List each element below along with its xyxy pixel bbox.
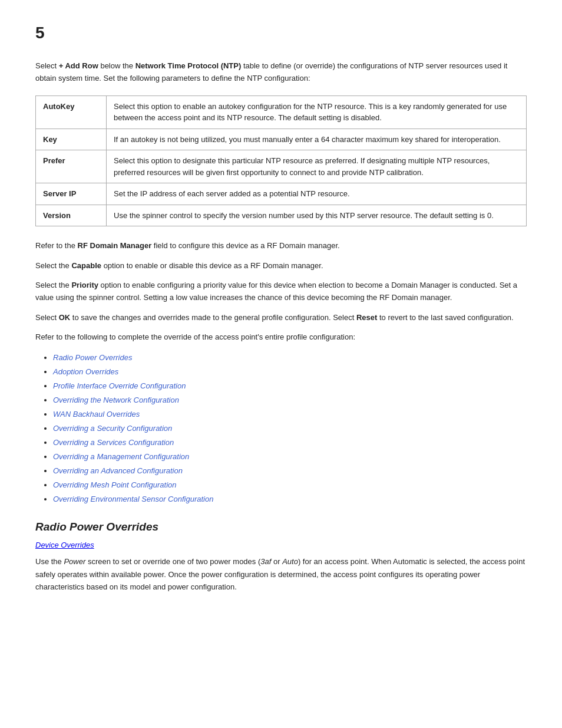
ntp-label: Network Time Protocol (NTP) xyxy=(135,61,242,70)
ok-bold: OK xyxy=(59,313,71,322)
table-row: Server IPSet the IP address of each serv… xyxy=(36,183,527,205)
capable-para: Select the Capable option to enable or d… xyxy=(35,259,527,272)
list-item: Overriding a Security Configuration xyxy=(53,421,527,436)
term-cell: Key xyxy=(36,129,107,150)
table-row: PreferSelect this option to designate th… xyxy=(36,150,527,183)
radio-power-body: Use the Power screen to set or override … xyxy=(35,555,527,593)
term-cell: Version xyxy=(36,205,107,226)
device-overrides-subheading: Device Overrides xyxy=(35,541,527,549)
table-row: KeyIf an autokey is not being utilized, … xyxy=(36,129,527,150)
desc-cell: Use the spinner control to specify the v… xyxy=(107,205,527,226)
ntp-table: AutoKeySelect this option to enable an a… xyxy=(35,95,527,227)
reset-bold: Reset xyxy=(356,313,377,322)
term-cell: AutoKey xyxy=(36,95,107,129)
link-item[interactable]: Overriding a Services Configuration xyxy=(53,438,174,447)
link-item[interactable]: Overriding an Advanced Configuration xyxy=(53,466,183,475)
capable-bold: Capable xyxy=(71,261,101,270)
list-item: Overriding an Advanced Configuration xyxy=(53,464,527,478)
intro-paragraph: Select + Add Row below the Network Time … xyxy=(35,60,527,85)
rf-domain-bold: RF Domain Manager xyxy=(78,241,152,250)
link-item[interactable]: Overriding a Security Configuration xyxy=(53,424,172,433)
list-item: WAN Backhaul Overrides xyxy=(53,407,527,421)
link-item[interactable]: Overriding a Management Configuration xyxy=(53,452,189,461)
refer-para: Refer to the following to complete the o… xyxy=(35,331,527,343)
table-row: AutoKeySelect this option to enable an a… xyxy=(36,95,527,129)
link-item[interactable]: WAN Backhaul Overrides xyxy=(53,410,140,419)
term-cell: Prefer xyxy=(36,150,107,183)
link-item[interactable]: Overriding Mesh Point Configuration xyxy=(53,480,177,489)
list-item: Overriding Environmental Sensor Configur… xyxy=(53,492,527,506)
ok-reset-para: Select OK to save the changes and overri… xyxy=(35,311,527,324)
link-item[interactable]: Radio Power Overrides xyxy=(53,353,132,362)
priority-bold: Priority xyxy=(71,281,98,289)
link-item[interactable]: Profile Interface Override Configuration xyxy=(53,381,186,390)
link-item[interactable]: Overriding Environmental Sensor Configur… xyxy=(53,495,213,503)
page-number: 5 xyxy=(35,24,527,42)
desc-cell: Select this option to designate this par… xyxy=(107,150,527,183)
table-row: VersionUse the spinner control to specif… xyxy=(36,205,527,226)
priority-para: Select the Priority option to enable con… xyxy=(35,279,527,304)
rf-domain-para: Refer to the RF Domain Manager field to … xyxy=(35,239,527,252)
list-item: Radio Power Overrides xyxy=(53,351,527,365)
list-item: Profile Interface Override Configuration xyxy=(53,379,527,393)
add-row-label: + Add Row xyxy=(59,61,98,70)
term-cell: Server IP xyxy=(36,183,107,205)
list-item: Overriding a Management Configuration xyxy=(53,450,527,464)
list-item: Adoption Overrides xyxy=(53,365,527,379)
links-list: Radio Power OverridesAdoption OverridesP… xyxy=(53,351,527,507)
list-item: Overriding a Services Configuration xyxy=(53,436,527,450)
link-item[interactable]: Overriding the Network Configuration xyxy=(53,396,179,404)
desc-cell: Select this option to enable an autokey … xyxy=(107,95,527,129)
desc-cell: Set the IP address of each server added … xyxy=(107,183,527,205)
link-item[interactable]: Adoption Overrides xyxy=(53,367,118,376)
list-item: Overriding Mesh Point Configuration xyxy=(53,478,527,492)
radio-power-overrides-heading: Radio Power Overrides xyxy=(35,521,527,533)
desc-cell: If an autokey is not being utilized, you… xyxy=(107,129,527,150)
device-overrides-link[interactable]: Device Overrides xyxy=(35,541,94,549)
list-item: Overriding the Network Configuration xyxy=(53,393,527,407)
